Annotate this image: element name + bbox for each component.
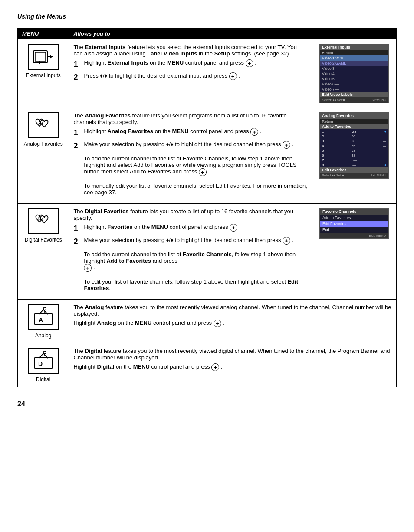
svg-rect-12: [35, 313, 52, 325]
circle-btn-af-3: +: [199, 168, 207, 176]
row-analog-favorites: A Analog Favorites The Analog Favorites …: [18, 108, 397, 204]
svg-point-16: [43, 351, 46, 354]
external-inputs-screen: External Inputs Return Video 1 VCR Video…: [312, 39, 397, 108]
analog-favorites-icon-cell: A Analog Favorites: [18, 108, 69, 204]
digital-favorites-icon-cell: D Digital Favorites: [18, 204, 69, 300]
digital-content: The Digital feature takes you to the mos…: [69, 343, 397, 387]
digital-favorites-icon: D: [28, 208, 59, 234]
digital-favorites-screen: Favorite Channels Add to Favorites Edit …: [312, 204, 397, 300]
svg-rect-18: [35, 357, 52, 369]
external-inputs-icon-cell: External Inputs: [18, 39, 69, 108]
circle-btn-ei-1: +: [246, 59, 253, 67]
analog-icon: A: [28, 304, 59, 330]
digital-icon-cell: D Digital: [18, 343, 69, 387]
svg-rect-1: [35, 52, 46, 61]
svg-text:D: D: [38, 216, 41, 221]
digital-favorites-intro: The Digital Favorites feature lets you c…: [73, 208, 307, 221]
main-table: MENU Allows you to External Inputs: [17, 28, 397, 387]
analog-text: The Analog feature takes you to the most…: [73, 304, 392, 317]
digital-icon: D: [28, 348, 59, 374]
af-step-1: 1 Highlight Analog Favorites on the MENU…: [73, 128, 307, 137]
df-step-1: 1 Highlight Favorites on the MENU contro…: [73, 224, 307, 233]
digital-label: Digital: [22, 376, 64, 382]
circle-btn-af-1: +: [250, 128, 258, 136]
analog-content: The Analog feature takes you to the most…: [69, 300, 397, 343]
external-inputs-label: External Inputs: [22, 72, 64, 78]
circle-btn-analog: +: [214, 320, 221, 327]
external-inputs-content: The External Inputs feature lets you sel…: [69, 39, 312, 108]
screen-digital-favorites: Favorite Channels Add to Favorites Edit …: [319, 208, 389, 239]
page-number: 24: [17, 400, 397, 408]
svg-text:D: D: [38, 360, 43, 367]
screen-external-inputs: External Inputs Return Video 1 VCR Video…: [319, 44, 389, 103]
digital-instruction: Highlight Digital on the MENU control pa…: [73, 363, 392, 371]
digital-favorites-content: The Digital Favorites feature lets you c…: [69, 204, 312, 300]
row-digital: D Digital The Digital feature takes you …: [18, 343, 397, 387]
analog-label: Analog: [22, 333, 64, 339]
ei-step-2: 2 Press ♦/♦ to highlight the desired ext…: [73, 72, 307, 82]
digital-favorites-label: Digital Favorites: [22, 237, 64, 243]
analog-favorites-intro: The Analog Favorites feature lets you se…: [73, 112, 307, 125]
circle-btn-ei-2: +: [229, 72, 237, 80]
row-digital-favorites: D Digital Favorites The Digital Favorite…: [18, 204, 397, 300]
row-external-inputs: External Inputs The External Inputs feat…: [18, 39, 397, 108]
svg-point-10: [43, 307, 46, 310]
af-step-2: 2 Make your selection by pressing ♦/♦ to…: [73, 141, 307, 196]
external-inputs-intro: The External Inputs feature lets you sel…: [73, 44, 307, 57]
svg-marker-3: [50, 55, 53, 59]
page-title: Using the Menus: [17, 13, 397, 20]
external-inputs-icon: [28, 44, 59, 70]
circle-btn-df-3: +: [84, 264, 92, 272]
analog-favorites-label: Analog Favorites: [22, 141, 64, 147]
circle-btn-af-2: +: [283, 141, 290, 149]
col-menu-header: MENU: [18, 28, 69, 39]
svg-text:A: A: [38, 121, 41, 125]
analog-favorites-content: The Analog Favorites feature lets you se…: [69, 108, 312, 204]
col-allows-header: Allows you to: [69, 28, 397, 39]
digital-text: The Digital feature takes you to the mos…: [73, 348, 392, 361]
row-analog: A Analog The Analog feature takes you to…: [18, 300, 397, 343]
df-step-2: 2 Make your selection by pressing ♦/♦ to…: [73, 237, 307, 291]
ei-step-1: 1 Highlight External Inputs on the MENU …: [73, 59, 307, 69]
analog-favorites-icon: A: [28, 112, 59, 138]
circle-btn-df-2: +: [283, 237, 290, 245]
screen-analog-favorites: Analog Favorites Return Add to Favorites…: [319, 112, 389, 179]
analog-icon-cell: A Analog: [18, 300, 69, 343]
circle-btn-df-1: +: [230, 224, 237, 232]
svg-text:A: A: [39, 317, 43, 323]
analog-favorites-screen: Analog Favorites Return Add to Favorites…: [312, 108, 397, 204]
analog-instruction: Highlight Analog on the MENU control pan…: [73, 320, 392, 327]
circle-btn-digital: +: [211, 363, 219, 371]
